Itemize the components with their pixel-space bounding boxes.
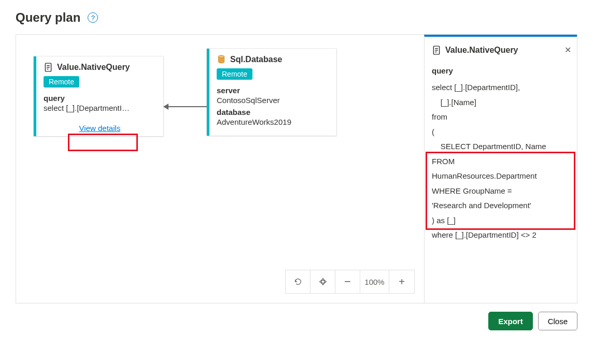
header: Query plan ?: [16, 10, 577, 25]
query-text: select [_].[DepartmentID], [_].[Name] fr…: [432, 80, 573, 243]
zoom-in-button[interactable]: +: [389, 270, 414, 293]
node-sql-database[interactable]: Sql.Database Remote server ContosoSqlSer…: [207, 49, 336, 136]
export-button[interactable]: Export: [488, 312, 533, 330]
document-icon: [44, 63, 53, 72]
fit-view-button[interactable]: [310, 270, 335, 293]
page-title: Query plan: [16, 10, 80, 25]
help-icon[interactable]: ?: [88, 12, 98, 23]
node-header: Value.NativeQuery: [44, 63, 156, 72]
database-icon: [217, 55, 226, 64]
node-title: Sql.Database: [230, 55, 282, 64]
zoom-level: 100%: [360, 270, 389, 293]
footer: Export Close: [16, 312, 577, 330]
node-field-label: query: [44, 94, 156, 103]
connector-arrowhead-icon: [163, 104, 168, 110]
details-panel: Value.NativeQuery ✕ query select [_].[De…: [424, 35, 577, 303]
annotation-highlight: [68, 134, 138, 151]
close-panel-button[interactable]: ✕: [562, 45, 573, 55]
main-area: Value.NativeQuery Remote query select [_…: [16, 34, 577, 303]
zoom-out-button[interactable]: −: [335, 270, 360, 293]
node-field-value: AdventureWorks2019: [217, 118, 329, 126]
remote-badge: Remote: [44, 76, 79, 88]
svg-marker-9: [324, 280, 326, 283]
node-field-value: ContosoSqlServer: [217, 96, 329, 105]
svg-marker-8: [319, 280, 321, 283]
svg-marker-6: [321, 279, 324, 281]
svg-point-5: [218, 55, 224, 58]
document-icon: [432, 46, 441, 55]
node-value-nativequery[interactable]: Value.NativeQuery Remote query select [_…: [34, 56, 163, 136]
reset-view-button[interactable]: [286, 270, 310, 293]
svg-marker-7: [321, 283, 324, 285]
node-field-label: server: [217, 86, 329, 95]
node-header: Sql.Database: [217, 55, 329, 64]
query-label: query: [432, 66, 573, 75]
panel-title: Value.NativeQuery: [445, 46, 558, 55]
node-field-label: database: [217, 108, 329, 117]
remote-badge: Remote: [217, 68, 252, 80]
query-plan-canvas[interactable]: Value.NativeQuery Remote query select [_…: [16, 35, 424, 303]
view-details-link[interactable]: View details: [79, 124, 121, 133]
close-button[interactable]: Close: [538, 312, 577, 330]
node-title: Value.NativeQuery: [57, 63, 130, 72]
node-field-value: select [_].[DepartmentI…: [44, 104, 156, 112]
connector-line: [168, 106, 207, 107]
zoom-toolbar: − 100% +: [285, 270, 415, 294]
